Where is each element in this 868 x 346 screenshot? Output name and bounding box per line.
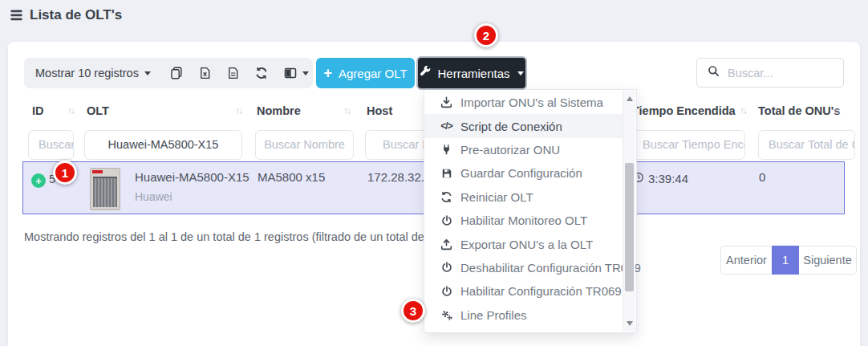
wrench-icon xyxy=(420,66,432,80)
search-icon xyxy=(708,65,720,80)
menu-item-pre-autorizar-onu[interactable]: Pre-autorizar ONU xyxy=(424,138,623,161)
filter-input-total[interactable]: Buscar Total de ONU's xyxy=(758,130,855,160)
olt-device-image xyxy=(90,168,120,210)
filter-input-olt[interactable]: Huawei-MA5800-X15 xyxy=(84,130,242,160)
column-header-id[interactable]: ID xyxy=(32,104,44,120)
annotation-badge-2: 2 xyxy=(474,23,498,47)
table-toolbar: Mostrar 10 registros xyxy=(24,58,313,88)
tools-dropdown-menu: Importar ONU's al Sistema </> Script de … xyxy=(424,89,637,333)
menu-item-exportar-onus[interactable]: Exportar ONU's a la OLT xyxy=(424,232,623,255)
cell-nombre: MA5800 x15 xyxy=(258,170,325,184)
annotation-badge-3: 3 xyxy=(401,299,425,323)
cogs-icon xyxy=(440,309,453,321)
code-icon: </> xyxy=(440,120,453,132)
file-export-button[interactable] xyxy=(227,67,239,79)
table-info: Mostrando registros del 1 al 1 de un tot… xyxy=(24,230,485,243)
page-title-bar: Lista de OLT's xyxy=(10,7,122,23)
sort-icon[interactable]: ↑↓ xyxy=(235,105,241,116)
copy-button[interactable] xyxy=(170,67,183,79)
sync-icon xyxy=(440,191,453,203)
menu-item-guardar-configuracion[interactable]: Guardar Configuración xyxy=(424,161,623,185)
column-header-host[interactable]: Host xyxy=(367,104,392,120)
power-icon xyxy=(440,262,453,273)
chevron-down-icon xyxy=(517,71,524,75)
upload-icon xyxy=(440,238,453,250)
pagination-previous-button[interactable]: Anterior xyxy=(720,246,772,275)
filter-input-tiempo[interactable]: Buscar Tiempo Encendida xyxy=(627,130,745,160)
length-menu-button[interactable]: Mostrar 10 registros xyxy=(35,67,139,79)
plug-icon xyxy=(440,144,453,156)
power-icon xyxy=(440,286,453,297)
chevron-down-icon xyxy=(302,71,309,75)
menu-item-script-conexion[interactable]: </> Script de Conexión xyxy=(424,114,623,137)
cell-olt-vendor: Huawei xyxy=(135,190,172,203)
column-header-nombre[interactable]: Nombre xyxy=(257,104,301,120)
search-input[interactable]: Buscar... xyxy=(696,58,844,88)
tools-label: Herramientas xyxy=(437,67,509,80)
scroll-down-icon[interactable] xyxy=(627,321,633,326)
stack-icon xyxy=(10,9,23,22)
column-header-olt[interactable]: OLT xyxy=(87,104,109,120)
save-icon xyxy=(440,168,453,179)
column-header-total[interactable]: Total de ONU's xyxy=(758,104,840,120)
huawei-logo xyxy=(92,170,103,173)
menu-item-habilitar-monitoreo[interactable]: Habilitar Monitoreo OLT xyxy=(424,209,623,232)
sort-icon[interactable]: ↑↓ xyxy=(740,105,746,116)
download-icon xyxy=(440,96,453,108)
column-visibility-button[interactable] xyxy=(284,67,309,79)
filter-input-id[interactable]: Buscar ID xyxy=(28,130,74,160)
cell-tiempo: 3:39:44 xyxy=(648,172,688,185)
cell-host: 172.28.32.4 xyxy=(367,170,431,184)
sort-icon[interactable]: ↑↓ xyxy=(67,105,74,116)
tools-dropdown-button[interactable]: Herramientas xyxy=(416,56,527,90)
column-header-tiempo[interactable]: Tiempo Encendida xyxy=(632,104,736,120)
reload-button[interactable] xyxy=(255,67,268,79)
sort-icon[interactable]: ↑↓ xyxy=(833,105,839,116)
menu-item-line-profiles[interactable]: Line Profiles xyxy=(424,303,623,327)
pagination-page-1-button[interactable]: 1 xyxy=(772,246,799,275)
menu-item-deshabilitar-tr069[interactable]: Deshabilitar Configuración TR069 xyxy=(424,256,623,279)
menu-scrollbar[interactable] xyxy=(623,91,635,332)
page-title: Lista de OLT's xyxy=(30,7,122,23)
menu-item-habilitar-tr069[interactable]: Habilitar Configuración TR069 xyxy=(424,279,623,303)
chevron-down-icon xyxy=(144,71,151,75)
plus-icon: + xyxy=(323,66,332,80)
search-placeholder: Buscar... xyxy=(728,67,773,79)
pagination-next-button[interactable]: Siguiente xyxy=(799,246,857,275)
add-olt-button[interactable]: + Agregar OLT xyxy=(316,58,415,88)
scroll-up-icon[interactable] xyxy=(627,96,633,101)
menu-item-reiniciar-olt[interactable]: Reiniciar OLT xyxy=(424,185,623,209)
cell-total-onus: 0 xyxy=(759,170,765,184)
device-slots xyxy=(93,177,117,207)
filter-input-nombre[interactable]: Buscar Nombre xyxy=(255,130,354,160)
power-icon xyxy=(440,215,453,226)
expand-row-button[interactable]: + xyxy=(31,173,46,188)
sort-icon[interactable]: ↑↓ xyxy=(343,105,350,116)
add-olt-label: Agregar OLT xyxy=(339,67,408,80)
excel-export-button[interactable] xyxy=(199,67,211,79)
menu-item-importar-onus[interactable]: Importar ONU's al Sistema xyxy=(424,91,623,114)
scrollbar-thumb[interactable] xyxy=(625,163,634,291)
annotation-badge-1: 1 xyxy=(53,161,77,185)
cell-olt-model: Huawei-MA5800-X15 xyxy=(135,170,249,184)
